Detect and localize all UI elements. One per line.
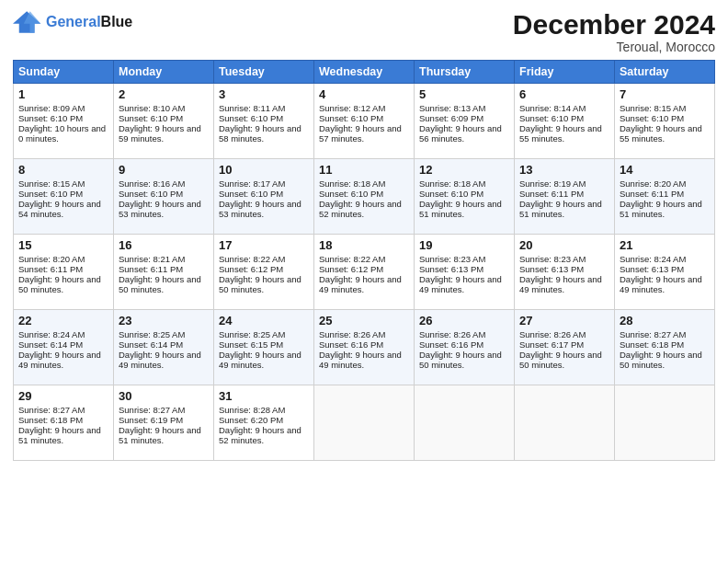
sunrise: Sunrise: 8:21 AM bbox=[119, 254, 185, 264]
sunset: Sunset: 6:18 PM bbox=[18, 415, 83, 425]
sunset: Sunset: 6:11 PM bbox=[519, 189, 584, 199]
day-number: 24 bbox=[219, 314, 309, 327]
day-number: 10 bbox=[219, 163, 309, 177]
sunrise: Sunrise: 8:26 AM bbox=[519, 329, 586, 339]
logo-text: GeneralBlue bbox=[46, 14, 132, 30]
daylight: Daylight: 9 hours and 57 minutes. bbox=[319, 123, 402, 144]
day-number: 9 bbox=[119, 163, 209, 177]
sunrise: Sunrise: 8:17 AM bbox=[219, 178, 285, 189]
daylight: Daylight: 9 hours and 52 minutes. bbox=[219, 425, 301, 445]
daylight: Daylight: 9 hours and 51 minutes. bbox=[119, 425, 201, 445]
daylight: Daylight: 9 hours and 51 minutes. bbox=[519, 199, 602, 219]
sunrise: Sunrise: 8:11 AM bbox=[219, 103, 285, 113]
sunrise: Sunrise: 8:22 AM bbox=[319, 254, 385, 264]
daylight: Daylight: 9 hours and 49 minutes. bbox=[119, 350, 201, 370]
daylight: Daylight: 9 hours and 49 minutes. bbox=[319, 350, 402, 370]
sunset: Sunset: 6:10 PM bbox=[219, 189, 283, 199]
calendar-cell: 12 Sunrise: 8:18 AM Sunset: 6:10 PM Dayl… bbox=[415, 159, 515, 235]
day-number: 17 bbox=[219, 238, 309, 252]
header-row: Sunday Monday Tuesday Wednesday Thursday… bbox=[14, 61, 715, 84]
calendar-cell bbox=[415, 385, 515, 461]
calendar-cell: 6 Sunrise: 8:14 AM Sunset: 6:10 PM Dayli… bbox=[515, 84, 615, 159]
calendar-cell: 19 Sunrise: 8:23 AM Sunset: 6:13 PM Dayl… bbox=[415, 235, 515, 310]
sunrise: Sunrise: 8:27 AM bbox=[119, 405, 185, 415]
sunset: Sunset: 6:12 PM bbox=[219, 264, 283, 274]
daylight: Daylight: 9 hours and 55 minutes. bbox=[620, 123, 702, 144]
day-number: 4 bbox=[319, 87, 409, 101]
sunset: Sunset: 6:10 PM bbox=[119, 189, 183, 199]
sunrise: Sunrise: 8:28 AM bbox=[219, 405, 285, 415]
calendar-cell: 14 Sunrise: 8:20 AM Sunset: 6:11 PM Dayl… bbox=[615, 159, 715, 235]
sunset: Sunset: 6:13 PM bbox=[620, 264, 684, 274]
sunrise: Sunrise: 8:26 AM bbox=[319, 329, 385, 339]
sunset: Sunset: 6:11 PM bbox=[119, 264, 183, 274]
daylight: Daylight: 9 hours and 50 minutes. bbox=[18, 274, 101, 294]
sunset: Sunset: 6:13 PM bbox=[419, 264, 483, 274]
sunrise: Sunrise: 8:23 AM bbox=[519, 254, 586, 264]
day-number: 23 bbox=[119, 314, 209, 327]
daylight: Daylight: 9 hours and 52 minutes. bbox=[319, 199, 402, 219]
daylight: Daylight: 9 hours and 49 minutes. bbox=[219, 350, 301, 370]
day-number: 5 bbox=[419, 87, 509, 101]
sunset: Sunset: 6:15 PM bbox=[219, 339, 283, 350]
page-container: GeneralBlue December 2024 Teroual, Moroc… bbox=[0, 0, 728, 470]
daylight: Daylight: 9 hours and 51 minutes. bbox=[18, 425, 101, 445]
col-saturday: Saturday bbox=[615, 61, 715, 84]
day-number: 13 bbox=[519, 163, 609, 177]
daylight: Daylight: 9 hours and 49 minutes. bbox=[519, 274, 602, 294]
sunrise: Sunrise: 8:24 AM bbox=[18, 329, 85, 339]
day-number: 6 bbox=[519, 87, 609, 101]
sunrise: Sunrise: 8:25 AM bbox=[119, 329, 185, 339]
day-number: 28 bbox=[620, 314, 710, 327]
calendar-cell: 2 Sunrise: 8:10 AM Sunset: 6:10 PM Dayli… bbox=[114, 84, 214, 159]
sunset: Sunset: 6:10 PM bbox=[419, 189, 483, 199]
day-number: 7 bbox=[620, 87, 710, 101]
daylight: Daylight: 9 hours and 50 minutes. bbox=[519, 350, 602, 370]
sunset: Sunset: 6:14 PM bbox=[18, 339, 83, 350]
day-number: 20 bbox=[519, 238, 609, 252]
daylight: Daylight: 9 hours and 53 minutes. bbox=[119, 199, 201, 219]
sunset: Sunset: 6:10 PM bbox=[119, 113, 183, 123]
calendar-cell bbox=[515, 385, 615, 461]
sunrise: Sunrise: 8:13 AM bbox=[419, 103, 485, 113]
calendar-cell: 15 Sunrise: 8:20 AM Sunset: 6:11 PM Dayl… bbox=[14, 235, 114, 310]
sunrise: Sunrise: 8:14 AM bbox=[519, 103, 586, 113]
sunrise: Sunrise: 8:18 AM bbox=[419, 178, 485, 189]
sunrise: Sunrise: 8:22 AM bbox=[219, 254, 285, 264]
day-number: 14 bbox=[620, 163, 710, 177]
day-number: 11 bbox=[319, 163, 409, 177]
calendar-cell: 9 Sunrise: 8:16 AM Sunset: 6:10 PM Dayli… bbox=[114, 159, 214, 235]
calendar-cell: 5 Sunrise: 8:13 AM Sunset: 6:09 PM Dayli… bbox=[415, 84, 515, 159]
calendar-cell: 27 Sunrise: 8:26 AM Sunset: 6:17 PM Dayl… bbox=[515, 310, 615, 385]
col-friday: Friday bbox=[515, 61, 615, 84]
sunset: Sunset: 6:11 PM bbox=[620, 189, 684, 199]
calendar-cell: 3 Sunrise: 8:11 AM Sunset: 6:10 PM Dayli… bbox=[214, 84, 314, 159]
calendar-cell: 22 Sunrise: 8:24 AM Sunset: 6:14 PM Dayl… bbox=[14, 310, 114, 385]
calendar-cell: 24 Sunrise: 8:25 AM Sunset: 6:15 PM Dayl… bbox=[214, 310, 314, 385]
calendar-cell: 16 Sunrise: 8:21 AM Sunset: 6:11 PM Dayl… bbox=[114, 235, 214, 310]
daylight: Daylight: 9 hours and 59 minutes. bbox=[119, 123, 201, 144]
day-number: 18 bbox=[319, 238, 409, 252]
daylight: Daylight: 9 hours and 50 minutes. bbox=[419, 350, 502, 370]
day-number: 8 bbox=[18, 163, 108, 177]
daylight: Daylight: 9 hours and 55 minutes. bbox=[519, 123, 602, 144]
header: GeneralBlue December 2024 Teroual, Moroc… bbox=[13, 9, 715, 54]
sunrise: Sunrise: 8:16 AM bbox=[119, 178, 185, 189]
daylight: Daylight: 9 hours and 49 minutes. bbox=[419, 274, 502, 294]
sunset: Sunset: 6:17 PM bbox=[519, 339, 584, 350]
sunrise: Sunrise: 8:15 AM bbox=[620, 103, 686, 113]
col-thursday: Thursday bbox=[415, 61, 515, 84]
sunset: Sunset: 6:10 PM bbox=[219, 113, 283, 123]
calendar-cell: 10 Sunrise: 8:17 AM Sunset: 6:10 PM Dayl… bbox=[214, 159, 314, 235]
logo-icon bbox=[13, 9, 42, 35]
title-block: December 2024 Teroual, Morocco bbox=[513, 9, 715, 54]
sunrise: Sunrise: 8:27 AM bbox=[18, 405, 85, 415]
sunrise: Sunrise: 8:12 AM bbox=[319, 103, 385, 113]
calendar-cell: 26 Sunrise: 8:26 AM Sunset: 6:16 PM Dayl… bbox=[415, 310, 515, 385]
sunrise: Sunrise: 8:15 AM bbox=[18, 178, 85, 189]
calendar-cell: 8 Sunrise: 8:15 AM Sunset: 6:10 PM Dayli… bbox=[14, 159, 114, 235]
calendar-cell: 7 Sunrise: 8:15 AM Sunset: 6:10 PM Dayli… bbox=[615, 84, 715, 159]
location: Teroual, Morocco bbox=[513, 40, 715, 54]
daylight: Daylight: 9 hours and 50 minutes. bbox=[219, 274, 301, 294]
sunrise: Sunrise: 8:27 AM bbox=[620, 329, 686, 339]
